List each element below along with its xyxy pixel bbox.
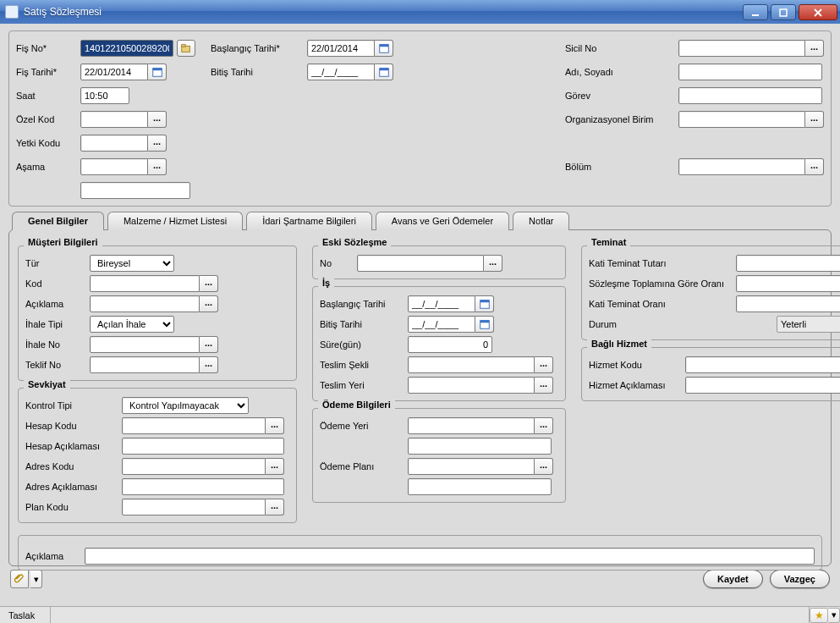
is-bitis-calendar-button[interactable] xyxy=(475,316,494,333)
asama-extra-input[interactable] xyxy=(80,182,190,199)
bitis-calendar-button[interactable] xyxy=(375,63,393,80)
sicil-no-input[interactable] xyxy=(678,40,805,57)
is-baslangic-calendar-button[interactable] xyxy=(475,295,494,312)
plan-kodu-input[interactable] xyxy=(122,499,266,515)
tab-strip: Genel Bilgiler Malzeme / Hizmet Listesi … xyxy=(8,212,832,230)
fis-no-input[interactable] xyxy=(80,40,173,57)
bolum-input[interactable] xyxy=(678,158,805,175)
adres-aciklamasi-input[interactable] xyxy=(122,478,284,495)
favorite-button[interactable]: ★ xyxy=(810,608,828,623)
tab-malzeme-hizmet[interactable]: Malzeme / Hizmet Listesi xyxy=(107,212,243,230)
kati-tutar-input[interactable] xyxy=(736,255,840,272)
odeme-plani-extra-input[interactable] xyxy=(408,478,552,495)
adsoyad-input[interactable] xyxy=(678,63,822,80)
musteri-aciklama-input[interactable] xyxy=(90,295,200,312)
ihale-no-input[interactable] xyxy=(90,336,200,353)
ihale-no-label: İhale No xyxy=(25,339,86,350)
tab-genel-bilgiler[interactable]: Genel Bilgiler xyxy=(12,212,104,230)
eski-sozlesme-legend: Eski Sözleşme xyxy=(318,237,391,247)
yetki-kodu-lookup-button[interactable] xyxy=(148,135,167,152)
tab-avans-geri-odeme[interactable]: Avans ve Geri Ödemeler xyxy=(376,212,509,230)
hesap-aciklamasi-input[interactable] xyxy=(122,438,284,455)
sicil-no-lookup-button[interactable] xyxy=(805,40,824,57)
close-button[interactable] xyxy=(799,4,837,20)
odeme-plani-input[interactable] xyxy=(408,458,535,475)
favorite-dropdown-button[interactable]: ▾ xyxy=(828,608,840,623)
musteri-kod-input[interactable] xyxy=(90,275,200,292)
musteri-aciklama-label: Açıklama xyxy=(25,299,86,309)
tab-idari-sartname[interactable]: İdari Şartname Bilgileri xyxy=(246,212,372,230)
fis-tarihi-calendar-button[interactable] xyxy=(148,63,167,80)
baslangic-calendar-button[interactable] xyxy=(375,40,393,57)
is-baslangic-input[interactable] xyxy=(408,295,475,312)
teslim-yeri-lookup-button[interactable] xyxy=(535,377,553,394)
odeme-yeri-lookup-button[interactable] xyxy=(535,417,553,434)
oran-toplam-label: Sözleşme Toplamına Göre Oranı xyxy=(589,278,733,289)
gorev-input[interactable] xyxy=(678,87,822,104)
aciklama-input[interactable] xyxy=(85,548,815,565)
oran-toplam-input[interactable] xyxy=(736,275,840,292)
bolum-lookup-button[interactable] xyxy=(805,158,824,175)
bitis-tarihi-input[interactable] xyxy=(307,63,375,80)
svg-rect-3 xyxy=(182,45,185,47)
header-panel: Fiş No* Fiş Tarihi* xyxy=(8,30,832,207)
maximize-button[interactable] xyxy=(771,4,796,20)
teslim-yeri-input[interactable] xyxy=(408,377,535,394)
attachment-button[interactable] xyxy=(10,570,29,588)
hesap-kodu-input[interactable] xyxy=(122,417,266,434)
eski-no-lookup-button[interactable] xyxy=(484,255,502,272)
yetki-kodu-input[interactable] xyxy=(80,135,148,152)
tab-body: Müşteri Bilgileri Tür Bireysel Kod Açıkl… xyxy=(8,229,832,566)
ozel-kod-input[interactable] xyxy=(80,111,148,128)
org-birim-lookup-button[interactable] xyxy=(805,111,824,128)
hesap-kodu-label: Hesap Kodu xyxy=(25,421,118,431)
adres-kodu-lookup-button[interactable] xyxy=(266,458,284,475)
asama-lookup-button[interactable] xyxy=(148,158,167,175)
odeme-yeri-input[interactable] xyxy=(408,417,535,434)
fis-no-browse-button[interactable] xyxy=(177,40,195,57)
saat-input[interactable] xyxy=(80,87,129,104)
kati-oran-input[interactable] xyxy=(736,295,840,312)
header-col-2: Başlangıç Tarihi* Bitiş Tarihi xyxy=(211,38,393,201)
teklif-no-input[interactable] xyxy=(90,356,200,373)
baslangic-tarihi-input[interactable] xyxy=(307,40,375,57)
footer-bar: ▾ Kaydet Vazgeç xyxy=(8,570,832,590)
eski-no-input[interactable] xyxy=(357,255,484,272)
hesap-kodu-lookup-button[interactable] xyxy=(266,417,284,434)
tur-select[interactable]: Bireysel xyxy=(90,255,174,272)
is-bitis-input[interactable] xyxy=(408,316,475,333)
yetki-kodu-label: Yetki Kodu xyxy=(16,138,77,148)
org-birim-input[interactable] xyxy=(678,111,805,128)
ozel-kod-label: Özel Kod xyxy=(16,114,77,124)
odeme-legend: Ödeme Bilgileri xyxy=(318,400,395,410)
app-window: Satış Sözleşmesi Fiş No* xyxy=(0,0,840,623)
ihale-no-lookup-button[interactable] xyxy=(200,336,218,353)
teslim-sekli-input[interactable] xyxy=(408,356,535,373)
adres-kodu-input[interactable] xyxy=(122,458,266,475)
teslim-sekli-lookup-button[interactable] xyxy=(535,356,553,373)
ozel-kod-lookup-button[interactable] xyxy=(148,111,167,128)
plan-kodu-label: Plan Kodu xyxy=(25,502,118,512)
header-col-3: Sicil No Adı, Soyadı Görev Organizasyone… xyxy=(565,38,824,201)
plan-kodu-lookup-button[interactable] xyxy=(266,499,284,515)
hizmet-aciklamasi-input[interactable] xyxy=(685,377,840,394)
kontrol-tipi-select[interactable]: Kontrol Yapılmayacak xyxy=(122,397,249,414)
fis-tarihi-input[interactable] xyxy=(80,63,148,80)
ihale-tipi-select[interactable]: Açılan İhale xyxy=(90,316,174,333)
is-group: İş Başlangıç Tarihi Bitiş Tarihi Süre(gü… xyxy=(312,286,566,401)
asama-input[interactable] xyxy=(80,158,148,175)
hizmet-kodu-input[interactable] xyxy=(685,356,840,373)
attachment-dropdown-button[interactable]: ▾ xyxy=(30,570,42,588)
cancel-button[interactable]: Vazgeç xyxy=(770,570,830,588)
teklif-no-lookup-button[interactable] xyxy=(200,356,218,373)
odeme-plani-lookup-button[interactable] xyxy=(535,458,553,475)
minimize-button[interactable] xyxy=(743,4,768,20)
odeme-yeri-extra-input[interactable] xyxy=(408,438,552,455)
musteri-kod-lookup-button[interactable] xyxy=(200,275,218,292)
bitis-tarihi-label: Bitiş Tarihi xyxy=(211,67,304,77)
musteri-aciklama-lookup-button[interactable] xyxy=(200,295,218,312)
sure-input[interactable] xyxy=(408,336,492,353)
save-button[interactable]: Kaydet xyxy=(703,570,763,588)
tab-notlar[interactable]: Notlar xyxy=(513,212,569,230)
teslim-yeri-label: Teslim Yeri xyxy=(320,380,404,390)
